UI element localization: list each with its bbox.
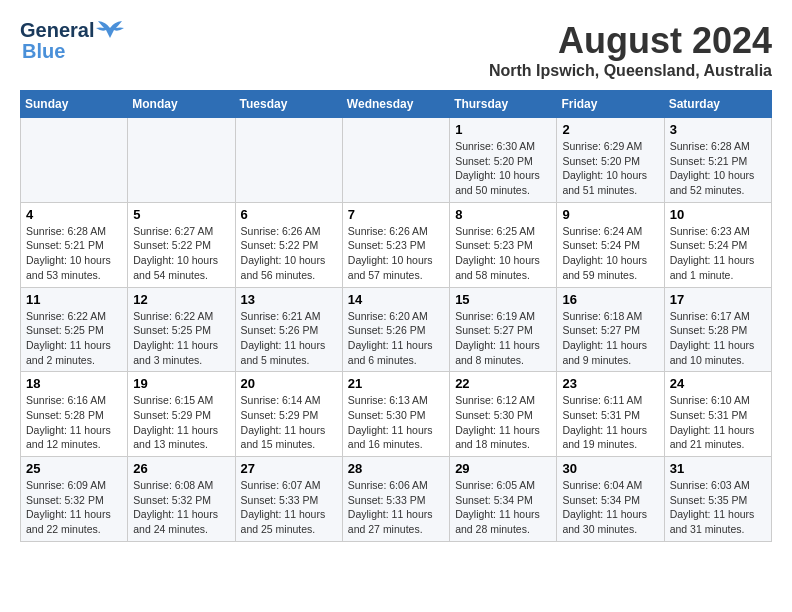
day-number: 28 (348, 461, 444, 476)
day-number: 15 (455, 292, 551, 307)
day-info: Sunrise: 6:08 AM Sunset: 5:32 PM Dayligh… (133, 478, 229, 537)
day-info: Sunrise: 6:15 AM Sunset: 5:29 PM Dayligh… (133, 393, 229, 452)
day-info: Sunrise: 6:22 AM Sunset: 5:25 PM Dayligh… (26, 309, 122, 368)
day-number: 18 (26, 376, 122, 391)
day-number: 23 (562, 376, 658, 391)
calendar-cell (342, 118, 449, 203)
calendar-week-4: 18Sunrise: 6:16 AM Sunset: 5:28 PM Dayli… (21, 372, 772, 457)
day-header-monday: Monday (128, 91, 235, 118)
day-info: Sunrise: 6:10 AM Sunset: 5:31 PM Dayligh… (670, 393, 766, 452)
day-info: Sunrise: 6:14 AM Sunset: 5:29 PM Dayligh… (241, 393, 337, 452)
day-header-wednesday: Wednesday (342, 91, 449, 118)
logo-blue-text: Blue (22, 40, 65, 63)
day-info: Sunrise: 6:27 AM Sunset: 5:22 PM Dayligh… (133, 224, 229, 283)
day-number: 4 (26, 207, 122, 222)
day-info: Sunrise: 6:05 AM Sunset: 5:34 PM Dayligh… (455, 478, 551, 537)
calendar-cell: 30Sunrise: 6:04 AM Sunset: 5:34 PM Dayli… (557, 457, 664, 542)
calendar-cell: 24Sunrise: 6:10 AM Sunset: 5:31 PM Dayli… (664, 372, 771, 457)
day-number: 5 (133, 207, 229, 222)
calendar-week-3: 11Sunrise: 6:22 AM Sunset: 5:25 PM Dayli… (21, 287, 772, 372)
day-info: Sunrise: 6:25 AM Sunset: 5:23 PM Dayligh… (455, 224, 551, 283)
day-number: 26 (133, 461, 229, 476)
day-number: 13 (241, 292, 337, 307)
calendar-week-2: 4Sunrise: 6:28 AM Sunset: 5:21 PM Daylig… (21, 202, 772, 287)
day-info: Sunrise: 6:29 AM Sunset: 5:20 PM Dayligh… (562, 139, 658, 198)
day-info: Sunrise: 6:30 AM Sunset: 5:20 PM Dayligh… (455, 139, 551, 198)
calendar-cell: 2Sunrise: 6:29 AM Sunset: 5:20 PM Daylig… (557, 118, 664, 203)
day-header-tuesday: Tuesday (235, 91, 342, 118)
day-number: 31 (670, 461, 766, 476)
day-header-friday: Friday (557, 91, 664, 118)
calendar-cell: 29Sunrise: 6:05 AM Sunset: 5:34 PM Dayli… (450, 457, 557, 542)
day-info: Sunrise: 6:20 AM Sunset: 5:26 PM Dayligh… (348, 309, 444, 368)
day-number: 7 (348, 207, 444, 222)
logo: General Blue (20, 20, 124, 63)
day-header-thursday: Thursday (450, 91, 557, 118)
day-number: 25 (26, 461, 122, 476)
calendar-cell: 26Sunrise: 6:08 AM Sunset: 5:32 PM Dayli… (128, 457, 235, 542)
day-number: 3 (670, 122, 766, 137)
calendar-cell: 8Sunrise: 6:25 AM Sunset: 5:23 PM Daylig… (450, 202, 557, 287)
calendar-cell: 3Sunrise: 6:28 AM Sunset: 5:21 PM Daylig… (664, 118, 771, 203)
calendar-cell: 5Sunrise: 6:27 AM Sunset: 5:22 PM Daylig… (128, 202, 235, 287)
calendar-cell: 25Sunrise: 6:09 AM Sunset: 5:32 PM Dayli… (21, 457, 128, 542)
day-number: 1 (455, 122, 551, 137)
calendar-table: SundayMondayTuesdayWednesdayThursdayFrid… (20, 90, 772, 542)
day-number: 11 (26, 292, 122, 307)
calendar-cell (235, 118, 342, 203)
day-info: Sunrise: 6:19 AM Sunset: 5:27 PM Dayligh… (455, 309, 551, 368)
day-info: Sunrise: 6:28 AM Sunset: 5:21 PM Dayligh… (26, 224, 122, 283)
calendar-cell (21, 118, 128, 203)
day-info: Sunrise: 6:13 AM Sunset: 5:30 PM Dayligh… (348, 393, 444, 452)
day-info: Sunrise: 6:26 AM Sunset: 5:23 PM Dayligh… (348, 224, 444, 283)
day-info: Sunrise: 6:18 AM Sunset: 5:27 PM Dayligh… (562, 309, 658, 368)
calendar-cell: 22Sunrise: 6:12 AM Sunset: 5:30 PM Dayli… (450, 372, 557, 457)
day-number: 29 (455, 461, 551, 476)
calendar-cell: 6Sunrise: 6:26 AM Sunset: 5:22 PM Daylig… (235, 202, 342, 287)
day-info: Sunrise: 6:22 AM Sunset: 5:25 PM Dayligh… (133, 309, 229, 368)
calendar-cell: 18Sunrise: 6:16 AM Sunset: 5:28 PM Dayli… (21, 372, 128, 457)
title-section: August 2024 North Ipswich, Queensland, A… (489, 20, 772, 80)
calendar-cell: 28Sunrise: 6:06 AM Sunset: 5:33 PM Dayli… (342, 457, 449, 542)
day-number: 24 (670, 376, 766, 391)
calendar-cell: 11Sunrise: 6:22 AM Sunset: 5:25 PM Dayli… (21, 287, 128, 372)
day-info: Sunrise: 6:04 AM Sunset: 5:34 PM Dayligh… (562, 478, 658, 537)
bird-icon (96, 20, 124, 40)
day-number: 2 (562, 122, 658, 137)
calendar-cell: 16Sunrise: 6:18 AM Sunset: 5:27 PM Dayli… (557, 287, 664, 372)
day-info: Sunrise: 6:26 AM Sunset: 5:22 PM Dayligh… (241, 224, 337, 283)
day-info: Sunrise: 6:07 AM Sunset: 5:33 PM Dayligh… (241, 478, 337, 537)
day-number: 8 (455, 207, 551, 222)
day-number: 30 (562, 461, 658, 476)
calendar-week-1: 1Sunrise: 6:30 AM Sunset: 5:20 PM Daylig… (21, 118, 772, 203)
day-header-saturday: Saturday (664, 91, 771, 118)
calendar-cell: 21Sunrise: 6:13 AM Sunset: 5:30 PM Dayli… (342, 372, 449, 457)
day-number: 22 (455, 376, 551, 391)
day-number: 10 (670, 207, 766, 222)
day-number: 14 (348, 292, 444, 307)
calendar-cell: 13Sunrise: 6:21 AM Sunset: 5:26 PM Dayli… (235, 287, 342, 372)
calendar-cell: 20Sunrise: 6:14 AM Sunset: 5:29 PM Dayli… (235, 372, 342, 457)
day-number: 16 (562, 292, 658, 307)
day-info: Sunrise: 6:11 AM Sunset: 5:31 PM Dayligh… (562, 393, 658, 452)
day-info: Sunrise: 6:06 AM Sunset: 5:33 PM Dayligh… (348, 478, 444, 537)
day-info: Sunrise: 6:24 AM Sunset: 5:24 PM Dayligh… (562, 224, 658, 283)
calendar-cell: 27Sunrise: 6:07 AM Sunset: 5:33 PM Dayli… (235, 457, 342, 542)
day-number: 27 (241, 461, 337, 476)
day-number: 12 (133, 292, 229, 307)
day-number: 6 (241, 207, 337, 222)
day-info: Sunrise: 6:12 AM Sunset: 5:30 PM Dayligh… (455, 393, 551, 452)
day-number: 19 (133, 376, 229, 391)
calendar-cell: 1Sunrise: 6:30 AM Sunset: 5:20 PM Daylig… (450, 118, 557, 203)
calendar-cell: 9Sunrise: 6:24 AM Sunset: 5:24 PM Daylig… (557, 202, 664, 287)
day-info: Sunrise: 6:03 AM Sunset: 5:35 PM Dayligh… (670, 478, 766, 537)
calendar-cell: 10Sunrise: 6:23 AM Sunset: 5:24 PM Dayli… (664, 202, 771, 287)
day-info: Sunrise: 6:23 AM Sunset: 5:24 PM Dayligh… (670, 224, 766, 283)
day-number: 20 (241, 376, 337, 391)
day-info: Sunrise: 6:21 AM Sunset: 5:26 PM Dayligh… (241, 309, 337, 368)
calendar-cell: 7Sunrise: 6:26 AM Sunset: 5:23 PM Daylig… (342, 202, 449, 287)
calendar-cell: 15Sunrise: 6:19 AM Sunset: 5:27 PM Dayli… (450, 287, 557, 372)
calendar-cell: 14Sunrise: 6:20 AM Sunset: 5:26 PM Dayli… (342, 287, 449, 372)
calendar-cell: 23Sunrise: 6:11 AM Sunset: 5:31 PM Dayli… (557, 372, 664, 457)
calendar-cell (128, 118, 235, 203)
